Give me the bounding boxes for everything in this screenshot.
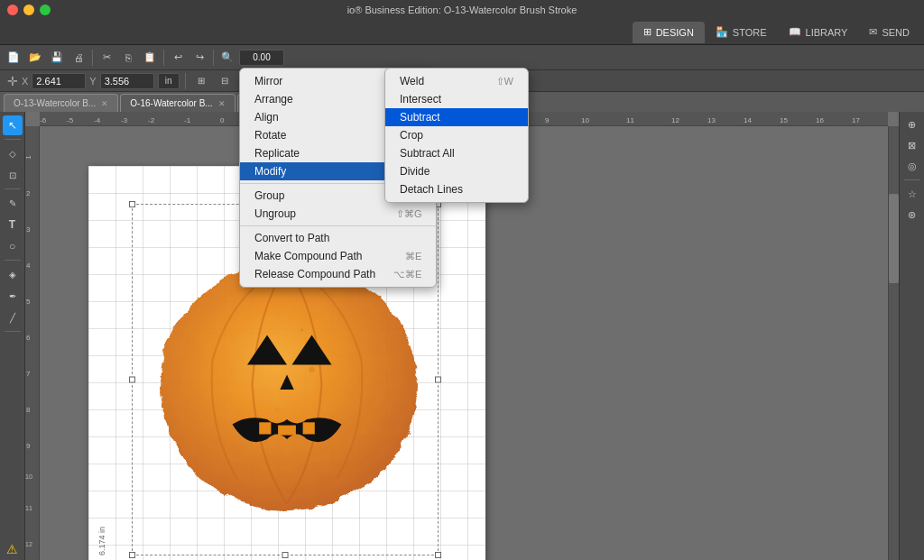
submenu-item-divide[interactable]: Divide [385, 162, 528, 180]
close-button[interactable] [7, 5, 18, 15]
ruler-v-mark: 4 [26, 262, 30, 270]
ruler-v-mark: 3 [26, 225, 30, 234]
ruler-h-mark: -6 [40, 116, 46, 124]
menu-item-convert-path[interactable]: Convert to Path [240, 229, 436, 247]
left-toolbar: ↖ ◇ ⊡ ✎ T ○ ◈ ✒ ╱ ⚠ -1.182, -3.222 [0, 112, 25, 560]
panel-sep [904, 179, 920, 180]
scrollbar-vertical[interactable] [888, 126, 899, 560]
select-tool[interactable]: ↖ [3, 115, 23, 135]
panel-btn-3[interactable]: ◎ [903, 157, 921, 175]
menu-item-ungroup-shortcut: ⇧⌘G [396, 208, 422, 220]
unit-selector[interactable]: in [158, 73, 180, 89]
cut-btn[interactable]: ✂ [97, 48, 116, 68]
tab-design[interactable]: ⊞ DESIGN [633, 22, 705, 43]
scrollbar-v-thumb[interactable] [889, 194, 899, 283]
submenu-item-subtract-all[interactable]: Subtract All [385, 144, 528, 162]
draw-tool[interactable]: ✎ [3, 193, 23, 213]
panel-btn-1[interactable]: ⊕ [903, 115, 921, 133]
undo-btn[interactable]: ↩ [168, 48, 188, 68]
submenu-item-weld-shortcut: ⇧W [496, 76, 513, 87]
window-title: io® Business Edition: O-13-Watercolor Br… [347, 5, 578, 15]
open-btn[interactable]: 📂 [25, 48, 45, 68]
submenu-item-crop[interactable]: Crop [385, 126, 528, 144]
crop-tool[interactable]: ⊡ [3, 165, 23, 185]
menu-item-group-label: Group [254, 189, 284, 202]
save-btn[interactable]: 💾 [47, 48, 67, 68]
copy-btn[interactable]: ⎘ [118, 48, 138, 68]
tab-send[interactable]: ✉ SEND [858, 22, 920, 43]
doc-tab-1-close[interactable]: ✕ [101, 99, 108, 108]
line-tool[interactable]: ╱ [3, 308, 23, 327]
minimize-button[interactable] [23, 5, 34, 15]
ruler-v-mark: 12 [25, 541, 32, 547]
sep3 [213, 50, 214, 66]
lt-sep1 [5, 139, 21, 140]
ruler-v-mark: 1 [25, 155, 32, 159]
submenu-item-weld[interactable]: Weld ⇧W [385, 72, 528, 90]
y-label: Y [89, 76, 96, 87]
submenu-modify: Weld ⇧W Intersect Subtract Crop Subtract… [384, 68, 529, 203]
submenu-item-detach-lines[interactable]: Detach Lines [385, 180, 528, 198]
menu-item-mirror-label: Mirror [254, 75, 282, 87]
x-label: X [22, 76, 28, 87]
fill-tool[interactable]: ◈ [3, 264, 23, 284]
print-btn[interactable]: 🖨 [69, 48, 88, 68]
zoom-value[interactable]: 0.00 [239, 50, 284, 66]
x-input[interactable] [32, 73, 86, 89]
menu-item-release-compound[interactable]: Release Compound Path ⌥⌘E [240, 265, 436, 283]
tab-store[interactable]: 🏪 STORE [705, 22, 778, 43]
submenu-item-detach-lines-label: Detach Lines [400, 183, 463, 196]
submenu-item-subtract[interactable]: Subtract [385, 108, 528, 126]
handle-bl[interactable] [129, 552, 135, 558]
align-center-btn[interactable]: ⊟ [215, 71, 235, 91]
snap-btn[interactable]: ⊞ [191, 71, 211, 91]
tab-library[interactable]: 📖 LIBRARY [778, 22, 859, 43]
menu-item-ungroup[interactable]: Ungroup ⇧⌘G [240, 205, 436, 223]
handle-tl[interactable] [129, 201, 135, 207]
ruler-h-mark: -4 [94, 116, 100, 124]
handle-ml[interactable] [129, 377, 135, 383]
menu-item-modify-label: Modify [254, 165, 286, 178]
ruler-h-mark: 16 [816, 116, 824, 124]
handle-bc[interactable] [282, 552, 289, 558]
submenu-item-intersect-label: Intersect [400, 93, 441, 106]
panel-btn-4[interactable]: ☆ [903, 185, 921, 203]
panel-btn-5[interactable]: ⊛ [903, 206, 921, 224]
paste-btn[interactable]: 📋 [140, 48, 160, 68]
text-tool[interactable]: T [3, 215, 23, 234]
ruler-h-mark: -3 [121, 116, 127, 124]
handle-br[interactable] [435, 552, 441, 558]
handle-mr[interactable] [435, 377, 441, 383]
doc-tab-2[interactable]: O-16-Watercolor B... ✕ [120, 94, 235, 112]
menu-item-release-compound-shortcut: ⌥⌘E [393, 269, 421, 280]
maximize-button[interactable] [40, 5, 51, 15]
doc-tab-1[interactable]: O-13-Watercolor B... ✕ [4, 94, 118, 112]
menu-item-rotate-label: Rotate [254, 129, 286, 142]
ruler-v-mark: 7 [26, 370, 30, 378]
top-nav-bar: ⊞ DESIGN 🏪 STORE 📖 LIBRARY ✉ SEND [0, 20, 924, 45]
shape-tool[interactable]: ○ [3, 236, 23, 256]
ruler-h-mark: 9 [545, 116, 549, 124]
submenu-item-intersect[interactable]: Intersect [385, 90, 528, 108]
submenu-item-subtract-all-label: Subtract All [400, 147, 455, 160]
lt-sep4 [5, 331, 21, 332]
sep1 [92, 50, 93, 66]
y-input[interactable] [100, 73, 154, 89]
title-bar: io® Business Edition: O-13-Watercolor Br… [0, 0, 924, 20]
redo-btn[interactable]: ↪ [189, 48, 209, 68]
eyedropper-tool[interactable]: ✒ [3, 286, 23, 306]
lt-sep2 [5, 188, 21, 189]
new-btn[interactable]: 📄 [4, 48, 23, 68]
node-tool[interactable]: ◇ [3, 143, 23, 163]
right-panel: ⊕ ⊠ ◎ ☆ ⊛ ⚙ [899, 112, 924, 560]
menu-item-make-compound[interactable]: Make Compound Path ⌘E [240, 247, 436, 265]
move-icon: ✛ [7, 74, 18, 88]
menu-item-replicate-label: Replicate [254, 147, 300, 160]
ruler-h-mark: 14 [744, 116, 752, 124]
panel-btn-2[interactable]: ⊠ [903, 136, 921, 154]
ruler-v-mark: 8 [26, 406, 30, 414]
ruler-v-mark: 9 [26, 442, 30, 450]
zoom-in-btn[interactable]: 🔍 [217, 48, 237, 68]
doc-tab-2-close[interactable]: ✕ [218, 99, 226, 108]
ruler-v-mark: 11 [25, 505, 32, 511]
